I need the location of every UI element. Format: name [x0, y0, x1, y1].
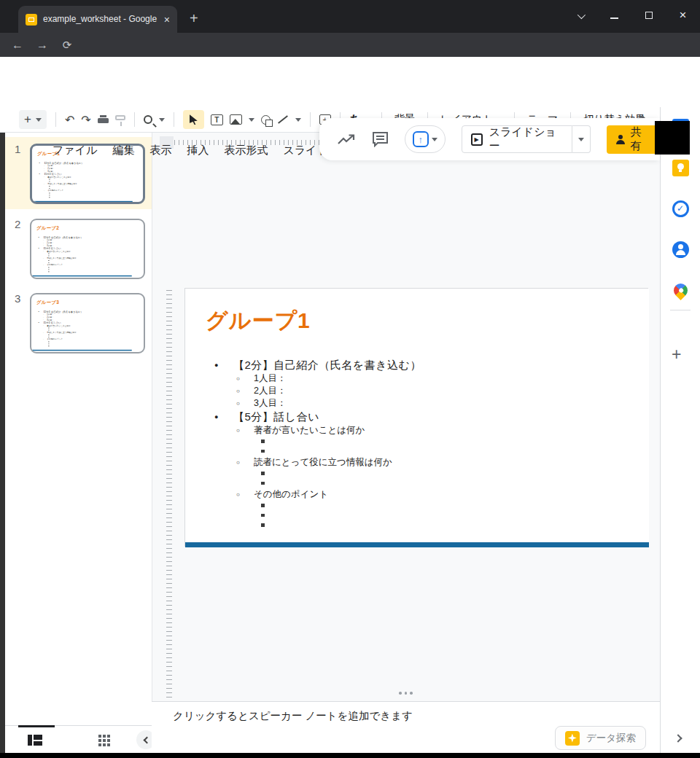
thumbnail-number: 1 [15, 143, 20, 155]
active-view-indicator [18, 725, 55, 727]
header-actions: ↑ ▶ スライドショー 共有 [319, 118, 660, 160]
slide-canvas[interactable]: グループ1●【2分】自己紹介（氏名を書き込む）○1人目：○2人目：○3人目：●【… [152, 133, 660, 701]
keep-icon[interactable] [672, 159, 689, 176]
slideshow-button[interactable]: ▶ スライドショー [462, 125, 572, 153]
slide-bullet: ○著者が言いたいことは何か [236, 424, 649, 437]
slide-bullet [261, 501, 649, 511]
explore-button[interactable]: データ探索 [555, 726, 646, 750]
slide-accent-bar [32, 276, 132, 277]
activity-icon[interactable] [337, 133, 356, 146]
avatar[interactable] [655, 121, 690, 155]
redo-icon[interactable]: ↷ [81, 110, 90, 129]
browser-titlebar: example_worksheet - Google スラ × + × [0, 0, 700, 33]
sidebar-divider [670, 310, 691, 310]
app-header: example_worksheet ☆ ファイル 編集 表示 挿入 表示形式 ス… [0, 57, 700, 107]
slide-title[interactable]: グループ2 [36, 224, 59, 231]
explore-star-icon [565, 731, 580, 746]
slide-body[interactable]: ●【2分】自己紹介（氏名を書き込む）○1人目：○2人目：○3人目：●【5分】話し… [32, 310, 132, 347]
zoom-dropdown-icon[interactable] [159, 110, 165, 129]
slide-title[interactable]: グループ1 [206, 306, 311, 336]
slide-accent-bar [33, 201, 133, 203]
slide-bullet [261, 520, 649, 531]
comment-icon[interactable] [372, 131, 389, 147]
vertical-ruler [163, 288, 174, 698]
window-left-edge [0, 133, 5, 753]
image-dropdown-icon[interactable] [249, 110, 254, 129]
current-slide[interactable]: グループ1●【2分】自己紹介（氏名を書き込む）○1人目：○2人目：○3人目：●【… [184, 288, 648, 547]
shape-tool[interactable] [261, 110, 271, 129]
slide-bullet [261, 469, 649, 479]
new-slide-button[interactable]: + [19, 110, 47, 129]
thumbnail-number: 2 [15, 218, 20, 230]
undo-icon[interactable]: ↶ [65, 110, 74, 129]
slides-favicon-icon [26, 14, 37, 26]
line-dropdown-icon[interactable] [295, 110, 301, 129]
select-tool[interactable] [183, 110, 204, 129]
slide-accent-bar [185, 542, 649, 547]
grid-view-icon[interactable] [98, 735, 110, 746]
contacts-icon[interactable] [672, 241, 689, 258]
slide-body[interactable]: ●【2分】自己紹介（氏名を書き込む）○1人目：○2人目：○3人目：●【5分】話し… [185, 358, 649, 531]
thumbnail-number: 3 [15, 292, 20, 305]
back-button[interactable]: ← [9, 36, 26, 54]
filmstrip-view-icon[interactable] [28, 735, 42, 746]
filmstrip-panel: 1 グループ1●【2分】自己紹介（氏名を書き込む）○1人目：○2人目：○3人目：… [5, 133, 152, 725]
slide-title[interactable]: グループ3 [36, 299, 59, 305]
close-window-button[interactable]: × [666, 8, 700, 23]
present-to-meet-button[interactable]: ↑ [405, 125, 446, 153]
paint-format-icon [115, 110, 125, 129]
slide-bullet [48, 345, 131, 347]
slide-bullet: ○読者にとって役に立つ情報は何か [236, 456, 649, 469]
slide-bullet [261, 437, 649, 447]
tab-title: example_worksheet - Google スラ [43, 13, 158, 26]
slide-bullet [49, 196, 132, 198]
forward-button[interactable]: → [34, 36, 51, 54]
window-controls: × [563, 0, 700, 31]
play-icon: ▶ [471, 133, 483, 146]
slide-bullet [261, 511, 649, 521]
slide-bullet: ○2人目： [236, 385, 649, 397]
slide-accent-bar [32, 350, 132, 351]
menu-insert[interactable]: 挿入 [185, 142, 210, 159]
tab-close-icon[interactable]: × [164, 15, 170, 25]
menu-file[interactable]: ファイル [51, 142, 98, 159]
speaker-notes-placeholder[interactable]: クリックするとスピーカー ノートを追加できます [173, 709, 413, 723]
insert-image-tool[interactable] [230, 110, 242, 129]
window-bottom-edge [0, 753, 700, 758]
slide-bullet [48, 270, 131, 273]
speaker-notes-panel[interactable]: クリックするとスピーカー ノートを追加できます データ探索 [152, 701, 660, 753]
get-addons-button[interactable]: + [672, 345, 681, 364]
browser-addressbar: ← → ⟳ docs.google.com/presentation/d/ ☆ … [0, 33, 700, 57]
slide-thumbnail-3[interactable]: 3 グループ3●【2分】自己紹介（氏名を書き込む）○1人目：○2人目：○3人目：… [5, 286, 152, 359]
slide-bullet: ●【2分】自己紹介（氏名を書き込む） [214, 358, 649, 372]
slide-bullet: ○1人目： [236, 372, 649, 385]
slide-thumbnail-2[interactable]: 2 グループ2●【2分】自己紹介（氏名を書き込む）○1人目：○2人目：○3人目：… [5, 212, 152, 284]
tab-search-icon[interactable] [563, 9, 597, 22]
reload-button[interactable]: ⟳ [58, 36, 76, 54]
expand-sidebar-icon[interactable] [674, 734, 682, 742]
print-icon[interactable] [98, 110, 109, 129]
tasks-icon[interactable]: ✓ [672, 200, 689, 217]
maps-icon[interactable] [672, 281, 689, 299]
textbox-tool[interactable]: T [211, 110, 223, 129]
slide-body[interactable]: ●【2分】自己紹介（氏名を書き込む）○1人目：○2人目：○3人目：●【5分】話し… [32, 235, 132, 273]
share-button[interactable]: 共有 [607, 125, 660, 154]
menu-format[interactable]: 表示形式 [222, 142, 269, 159]
present-dropdown-icon[interactable] [432, 138, 438, 141]
menu-edit[interactable]: 編集 [111, 142, 136, 159]
slide-bullet [261, 479, 649, 489]
new-tab-button[interactable]: + [190, 10, 198, 27]
maximize-button[interactable] [631, 9, 666, 22]
zoom-icon[interactable] [144, 110, 152, 129]
menu-view[interactable]: 表示 [148, 142, 173, 159]
notes-resize-handle[interactable] [399, 692, 413, 695]
slide-body[interactable]: ●【2分】自己紹介（氏名を書き込む）○1人目：○2人目：○3人目：●【5分】話し… [33, 161, 133, 198]
side-panel: 31 ✓ + [660, 107, 700, 753]
present-arrow-icon: ↑ [413, 131, 429, 147]
slideshow-dropdown-button[interactable] [572, 125, 591, 153]
person-icon [615, 135, 625, 144]
minimize-button[interactable] [597, 9, 631, 22]
browser-tab[interactable]: example_worksheet - Google スラ × [18, 6, 177, 33]
slide-bullet: ○3人目： [236, 397, 649, 410]
line-tool[interactable] [277, 110, 289, 129]
